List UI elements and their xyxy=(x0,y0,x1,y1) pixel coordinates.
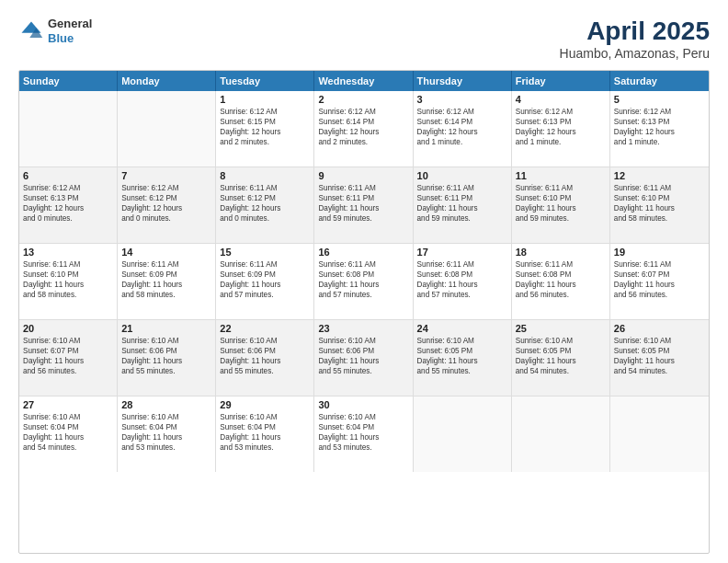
day-cell-28: 28Sunrise: 6:10 AMSunset: 6:04 PMDayligh… xyxy=(118,396,216,472)
day-number: 21 xyxy=(121,323,211,334)
cell-line: and 53 minutes. xyxy=(121,442,211,453)
cell-line: Sunset: 6:06 PM xyxy=(318,346,408,356)
cell-line: Daylight: 11 hours xyxy=(23,356,113,366)
day-number: 28 xyxy=(121,399,211,410)
cell-line: Daylight: 12 hours xyxy=(23,203,113,213)
logo-icon xyxy=(18,18,44,44)
cell-line: and 56 minutes. xyxy=(516,290,606,300)
day-cell-2: 2Sunrise: 6:12 AMSunset: 6:14 PMDaylight… xyxy=(314,91,413,167)
cell-line: Daylight: 12 hours xyxy=(614,127,705,137)
cell-line: and 54 minutes. xyxy=(614,366,705,376)
cell-line: Daylight: 11 hours xyxy=(614,203,705,213)
cell-line: and 58 minutes. xyxy=(614,213,705,224)
cell-line: Daylight: 11 hours xyxy=(516,203,606,213)
day-cell-25: 25Sunrise: 6:10 AMSunset: 6:05 PMDayligh… xyxy=(512,320,610,396)
cell-line: Daylight: 12 hours xyxy=(417,127,507,137)
day-cell-3: 3Sunrise: 6:12 AMSunset: 6:14 PMDaylight… xyxy=(414,91,512,167)
calendar: SundayMondayTuesdayWednesdayThursdayFrid… xyxy=(18,70,710,554)
day-cell-21: 21Sunrise: 6:10 AMSunset: 6:06 PMDayligh… xyxy=(118,320,216,396)
cell-line: Sunrise: 6:11 AM xyxy=(318,183,408,193)
day-number: 24 xyxy=(417,323,507,334)
day-number: 20 xyxy=(23,323,113,334)
day-number: 1 xyxy=(220,94,310,105)
calendar-title: April 2025 xyxy=(560,17,710,46)
day-cell-4: 4Sunrise: 6:12 AMSunset: 6:13 PMDaylight… xyxy=(512,91,610,167)
cell-line: Sunrise: 6:11 AM xyxy=(417,183,507,193)
cell-line: Sunrise: 6:11 AM xyxy=(23,259,113,270)
cell-line: and 58 minutes. xyxy=(121,290,211,300)
calendar-body: 1Sunrise: 6:12 AMSunset: 6:15 PMDaylight… xyxy=(19,91,709,472)
cell-line: Sunrise: 6:12 AM xyxy=(23,183,113,193)
day-cell-6: 6Sunrise: 6:12 AMSunset: 6:13 PMDaylight… xyxy=(19,167,118,243)
cell-line: Sunset: 6:08 PM xyxy=(516,270,606,280)
calendar-week-1: 1Sunrise: 6:12 AMSunset: 6:15 PMDaylight… xyxy=(19,91,709,167)
cell-line: and 0 minutes. xyxy=(23,213,113,224)
cell-line: and 53 minutes. xyxy=(220,442,310,453)
day-number: 12 xyxy=(614,170,705,181)
cell-line: Daylight: 11 hours xyxy=(220,432,310,442)
cell-line: Sunset: 6:07 PM xyxy=(23,346,113,356)
day-number: 18 xyxy=(516,247,606,258)
cell-line: Sunrise: 6:10 AM xyxy=(121,336,211,346)
cell-line: and 55 minutes. xyxy=(121,366,211,376)
day-number: 5 xyxy=(614,94,705,105)
empty-cell xyxy=(19,91,118,167)
logo: General Blue xyxy=(18,17,92,45)
empty-cell xyxy=(118,91,216,167)
day-number: 11 xyxy=(516,170,606,181)
cell-line: Daylight: 11 hours xyxy=(220,356,310,366)
cell-line: Sunset: 6:10 PM xyxy=(614,193,705,203)
cell-line: and 58 minutes. xyxy=(23,290,113,300)
calendar-week-5: 27Sunrise: 6:10 AMSunset: 6:04 PMDayligh… xyxy=(19,396,709,472)
cell-line: and 1 minute. xyxy=(516,137,606,147)
cell-line: Daylight: 11 hours xyxy=(417,356,507,366)
cell-line: and 2 minutes. xyxy=(318,137,408,147)
cell-line: Sunrise: 6:11 AM xyxy=(614,183,705,193)
cell-line: Sunset: 6:06 PM xyxy=(220,346,310,356)
cell-line: Sunrise: 6:11 AM xyxy=(318,259,408,270)
cell-line: Sunrise: 6:10 AM xyxy=(23,336,113,346)
day-cell-12: 12Sunrise: 6:11 AMSunset: 6:10 PMDayligh… xyxy=(610,167,709,243)
cell-line: Sunset: 6:09 PM xyxy=(220,270,310,280)
cell-line: Sunrise: 6:11 AM xyxy=(614,259,705,270)
day-cell-10: 10Sunrise: 6:11 AMSunset: 6:11 PMDayligh… xyxy=(414,167,512,243)
cell-line: Sunset: 6:11 PM xyxy=(318,193,408,203)
cell-line: Daylight: 11 hours xyxy=(220,280,310,290)
cell-line: Daylight: 11 hours xyxy=(417,280,507,290)
cell-line: Sunrise: 6:10 AM xyxy=(614,336,705,346)
cell-line: and 53 minutes. xyxy=(318,442,408,453)
calendar-week-2: 6Sunrise: 6:12 AMSunset: 6:13 PMDaylight… xyxy=(19,167,709,243)
cell-line: Daylight: 12 hours xyxy=(318,127,408,137)
cell-line: Sunrise: 6:12 AM xyxy=(220,107,310,117)
header-day-tuesday: Tuesday xyxy=(216,71,314,91)
day-cell-11: 11Sunrise: 6:11 AMSunset: 6:10 PMDayligh… xyxy=(512,167,610,243)
day-number: 3 xyxy=(417,94,507,105)
day-cell-8: 8Sunrise: 6:11 AMSunset: 6:12 PMDaylight… xyxy=(216,167,314,243)
cell-line: and 55 minutes. xyxy=(318,366,408,376)
day-cell-15: 15Sunrise: 6:11 AMSunset: 6:09 PMDayligh… xyxy=(216,244,314,319)
cell-line: Sunset: 6:04 PM xyxy=(121,422,211,432)
cell-line: Sunrise: 6:11 AM xyxy=(121,259,211,270)
cell-line: Daylight: 11 hours xyxy=(516,280,606,290)
cell-line: and 1 minute. xyxy=(614,137,705,147)
cell-line: and 56 minutes. xyxy=(614,290,705,300)
day-cell-30: 30Sunrise: 6:10 AMSunset: 6:04 PMDayligh… xyxy=(314,396,413,472)
cell-line: Sunrise: 6:11 AM xyxy=(220,183,310,193)
day-cell-20: 20Sunrise: 6:10 AMSunset: 6:07 PMDayligh… xyxy=(19,320,118,396)
cell-line: Daylight: 11 hours xyxy=(23,280,113,290)
cell-line: Sunset: 6:08 PM xyxy=(417,270,507,280)
cell-line: Sunrise: 6:12 AM xyxy=(121,183,211,193)
cell-line: Daylight: 11 hours xyxy=(417,203,507,213)
cell-line: Sunset: 6:04 PM xyxy=(220,422,310,432)
cell-line: Sunset: 6:13 PM xyxy=(23,193,113,203)
day-number: 19 xyxy=(614,247,705,258)
day-cell-9: 9Sunrise: 6:11 AMSunset: 6:11 PMDaylight… xyxy=(314,167,413,243)
day-number: 9 xyxy=(318,170,408,181)
day-number: 15 xyxy=(220,247,310,258)
cell-line: Sunset: 6:09 PM xyxy=(121,270,211,280)
cell-line: and 55 minutes. xyxy=(417,366,507,376)
cell-line: Sunrise: 6:11 AM xyxy=(516,259,606,270)
cell-line: Sunset: 6:05 PM xyxy=(516,346,606,356)
cell-line: Sunrise: 6:10 AM xyxy=(23,412,113,422)
cell-line: Sunset: 6:10 PM xyxy=(516,193,606,203)
